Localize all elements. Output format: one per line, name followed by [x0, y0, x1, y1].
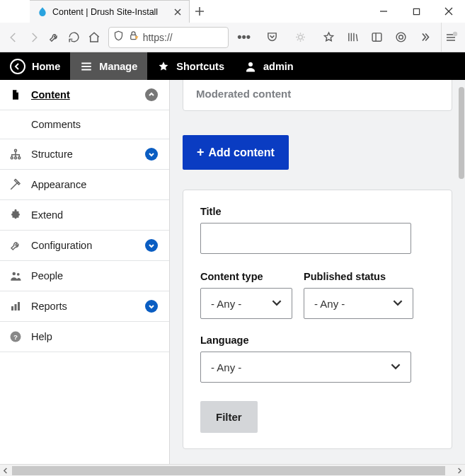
sidebar-button[interactable] — [366, 26, 389, 49]
structure-icon — [8, 148, 23, 161]
svg-point-9 — [15, 149, 17, 151]
forward-button[interactable] — [25, 26, 44, 49]
sidemenu-structure[interactable]: Structure — [0, 139, 169, 170]
sync-button[interactable] — [390, 26, 413, 49]
back-circle-icon — [10, 59, 25, 74]
admin-manage-label: Manage — [99, 61, 137, 72]
svg-point-3 — [299, 35, 303, 40]
window-close-button[interactable] — [432, 0, 465, 23]
extension1-icon[interactable] — [289, 26, 312, 49]
people-icon — [8, 269, 23, 282]
sidemenu-help-label: Help — [31, 331, 158, 342]
expand-icon[interactable] — [145, 148, 158, 161]
language-label: Language — [200, 335, 435, 346]
collapse-icon[interactable] — [145, 88, 158, 101]
svg-rect-4 — [372, 33, 381, 41]
admin-back-button[interactable]: Home — [0, 52, 70, 80]
overflow-button[interactable] — [414, 26, 437, 49]
page-actions-button[interactable]: ••• — [233, 26, 256, 49]
sidemenu-configuration-label: Configuration — [31, 240, 137, 251]
sidemenu-content[interactable]: Content — [0, 80, 169, 110]
horizontal-scrollbar[interactable] — [0, 464, 465, 476]
plus-icon: + — [197, 145, 205, 160]
scroll-track[interactable] — [12, 465, 453, 477]
sidemenu-appearance[interactable]: Appearance — [0, 170, 169, 200]
sidemenu-people-label: People — [31, 270, 158, 281]
library-button[interactable] — [342, 26, 364, 49]
new-tab-button[interactable] — [190, 0, 209, 23]
sidemenu-structure-label: Structure — [31, 149, 137, 160]
sidemenu-people[interactable]: People — [0, 261, 169, 291]
admin-user-button[interactable]: admin — [234, 52, 304, 80]
svg-point-13 — [13, 272, 16, 276]
window-minimize-button[interactable] — [367, 0, 400, 23]
devtools-button[interactable] — [45, 26, 64, 49]
lock-warning-icon — [128, 30, 139, 44]
sidemenu-comments-label: Comments — [31, 119, 81, 130]
admin-manage-button[interactable]: Manage — [70, 52, 147, 80]
chevron-down-icon — [391, 361, 401, 373]
sidemenu-reports-label: Reports — [31, 301, 137, 312]
window-maximize-button[interactable] — [400, 0, 432, 23]
filter-card: Title Content type - Any - Published sta… — [183, 190, 452, 449]
vertical-scrollbar-thumb[interactable] — [459, 87, 464, 179]
tab-title: Content | Drush Site-Install — [52, 7, 172, 17]
add-content-button[interactable]: + Add content — [183, 135, 289, 170]
chevron-down-icon — [393, 298, 403, 310]
help-icon: ? — [8, 330, 23, 343]
puzzle-icon — [8, 209, 23, 221]
svg-point-6 — [399, 35, 403, 40]
svg-point-10 — [11, 157, 13, 159]
filter-button-label: Filter — [216, 411, 242, 423]
moderated-content-tab[interactable]: Moderated content — [196, 88, 291, 100]
language-select[interactable]: - Any - — [200, 352, 411, 383]
scroll-thumb[interactable] — [12, 466, 445, 475]
svg-point-8 — [248, 62, 253, 66]
published-status-value: - Any - — [314, 298, 345, 310]
sidemenu-configuration[interactable]: Configuration — [0, 231, 169, 261]
published-status-select[interactable]: - Any - — [304, 288, 413, 319]
svg-rect-17 — [18, 302, 20, 310]
title-input[interactable] — [200, 223, 411, 254]
svg-point-14 — [17, 273, 20, 276]
address-bar[interactable]: https:// — [108, 27, 229, 48]
svg-point-11 — [15, 157, 17, 159]
language-value: - Any - — [211, 361, 241, 373]
tab-close-button[interactable] — [172, 6, 183, 18]
expand-icon[interactable] — [145, 239, 158, 252]
svg-rect-0 — [413, 8, 419, 14]
home-button[interactable] — [85, 26, 104, 49]
content-type-select[interactable]: - Any - — [200, 288, 292, 319]
sidemenu-help[interactable]: ? Help — [0, 322, 169, 352]
bookmark-star-button[interactable] — [318, 26, 340, 49]
sidemenu-content-label: Content — [31, 89, 137, 100]
content-type-label: Content type — [200, 271, 292, 282]
sidemenu-reports[interactable]: Reports — [0, 291, 169, 322]
chart-icon — [8, 300, 23, 313]
gavel-icon — [8, 178, 23, 191]
pocket-button[interactable] — [261, 26, 284, 49]
tabs-card: Moderated content — [183, 80, 452, 111]
content-type-value: - Any - — [211, 298, 241, 310]
published-status-label: Published status — [304, 271, 413, 282]
back-button[interactable] — [4, 26, 23, 49]
drupal-favicon — [37, 6, 48, 18]
scroll-left-button[interactable] — [0, 465, 12, 477]
expand-icon[interactable] — [145, 300, 158, 313]
admin-shortcuts-button[interactable]: Shortcuts — [147, 52, 234, 80]
svg-point-12 — [18, 157, 21, 159]
sidemenu-extend[interactable]: Extend — [0, 200, 169, 231]
sidemenu-comments[interactable]: Comments — [0, 110, 169, 139]
svg-rect-16 — [15, 304, 17, 310]
scroll-right-button[interactable] — [453, 465, 465, 477]
star-icon — [157, 60, 170, 73]
reload-button[interactable] — [65, 26, 84, 49]
urlbar-right-group: ••• — [233, 26, 340, 49]
menu-button[interactable] — [441, 23, 461, 52]
filter-button[interactable]: Filter — [200, 401, 258, 433]
browser-tab[interactable]: Content | Drush Site-Install — [30, 0, 190, 23]
wrench-icon — [8, 239, 23, 252]
notification-badge-icon — [452, 27, 458, 33]
svg-text:?: ? — [13, 333, 18, 341]
main-content[interactable]: Moderated content + Add content Title Co… — [170, 80, 465, 464]
